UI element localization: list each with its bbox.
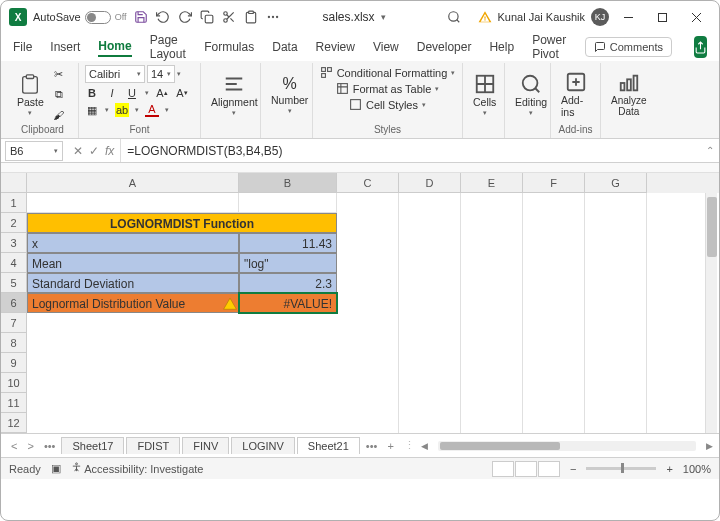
scrollbar-thumb[interactable] bbox=[707, 197, 717, 257]
row-header-5[interactable]: 5 bbox=[1, 273, 27, 293]
tab-developer[interactable]: Developer bbox=[417, 38, 472, 56]
row-header-10[interactable]: 10 bbox=[1, 373, 27, 393]
cell-A3[interactable]: x bbox=[27, 233, 239, 253]
error-flag-icon[interactable] bbox=[223, 297, 237, 311]
save-icon[interactable] bbox=[133, 9, 149, 25]
sheet-more-icon[interactable]: ••• bbox=[362, 440, 382, 452]
col-header-F[interactable]: F bbox=[523, 173, 585, 193]
zoom-level[interactable]: 100% bbox=[683, 463, 711, 475]
formula-input[interactable]: =LOGNORMDIST(B3,B4,B5) bbox=[121, 144, 701, 158]
cell-B6[interactable]: #VALUE! bbox=[239, 293, 337, 313]
cell-A6[interactable]: Lognormal Distribution Value bbox=[27, 293, 239, 313]
font-name-select[interactable]: Calibri▾ bbox=[85, 65, 145, 83]
analyze-button[interactable]: Analyze Data bbox=[607, 70, 651, 119]
row-header-4[interactable]: 4 bbox=[1, 253, 27, 273]
paste-button[interactable]: Paste ▾ bbox=[13, 71, 48, 119]
italic-button[interactable]: I bbox=[105, 86, 119, 100]
search-icon[interactable] bbox=[446, 9, 462, 25]
maximize-button[interactable] bbox=[649, 3, 677, 31]
cell-B4[interactable]: "log" bbox=[239, 253, 337, 273]
format-as-table-button[interactable]: Format as Table▾ bbox=[336, 81, 440, 96]
row-header-11[interactable]: 11 bbox=[1, 393, 27, 413]
font-color-button[interactable]: A bbox=[145, 103, 159, 117]
sheet-nav-prev-icon[interactable]: < bbox=[7, 440, 21, 452]
cut-icon-r[interactable]: ✂ bbox=[52, 68, 66, 82]
col-header-G[interactable]: G bbox=[585, 173, 647, 193]
new-sheet-icon[interactable]: + bbox=[383, 440, 397, 452]
page-layout-view-button[interactable] bbox=[515, 461, 537, 477]
accept-formula-icon[interactable]: ✓ bbox=[89, 144, 99, 158]
autosave-switch-icon[interactable] bbox=[85, 11, 111, 24]
fill-color-button[interactable]: ab bbox=[115, 103, 129, 117]
undo-icon[interactable] bbox=[155, 9, 171, 25]
accessibility-status[interactable]: Accessibility: Investigate bbox=[71, 462, 204, 475]
share-button[interactable] bbox=[694, 36, 707, 58]
underline-button[interactable]: U bbox=[125, 86, 139, 100]
format-painter-icon[interactable]: 🖌 bbox=[52, 108, 66, 122]
row-header-3[interactable]: 3 bbox=[1, 233, 27, 253]
page-break-view-button[interactable] bbox=[538, 461, 560, 477]
chevron-down-icon[interactable]: ▾ bbox=[177, 70, 181, 78]
comments-button[interactable]: Comments bbox=[585, 37, 672, 57]
tab-insert[interactable]: Insert bbox=[50, 38, 80, 56]
col-header-B[interactable]: B bbox=[239, 173, 337, 193]
vertical-scrollbar[interactable] bbox=[705, 193, 717, 433]
copy-icon[interactable] bbox=[199, 9, 215, 25]
font-decrease-icon[interactable]: A▾ bbox=[175, 86, 189, 100]
scrollbar-thumb[interactable] bbox=[440, 442, 560, 450]
editing-button[interactable]: Editing▾ bbox=[511, 71, 551, 119]
row-header-12[interactable]: 12 bbox=[1, 413, 27, 433]
more-qat-icon[interactable] bbox=[265, 9, 281, 25]
macro-record-icon[interactable]: ▣ bbox=[51, 462, 61, 475]
sheet-nav-next-icon[interactable]: > bbox=[23, 440, 37, 452]
sheet-nav-more-icon[interactable]: ••• bbox=[40, 440, 60, 452]
tab-view[interactable]: View bbox=[373, 38, 399, 56]
addins-button[interactable]: Add-ins bbox=[557, 69, 594, 120]
row-header-1[interactable]: 1 bbox=[1, 193, 27, 213]
cell-A5[interactable]: Standard Deviation bbox=[27, 273, 239, 293]
conditional-formatting-button[interactable]: Conditional Formatting▾ bbox=[320, 65, 456, 80]
cell-styles-button[interactable]: Cell Styles▾ bbox=[349, 97, 426, 112]
tab-page-layout[interactable]: Page Layout bbox=[150, 31, 187, 63]
user-account[interactable]: Kunal Jai Kaushik KJ bbox=[478, 8, 609, 26]
row-header-9[interactable]: 9 bbox=[1, 353, 27, 373]
tab-home[interactable]: Home bbox=[98, 37, 131, 57]
col-header-A[interactable]: A bbox=[27, 173, 239, 193]
tab-data[interactable]: Data bbox=[272, 38, 297, 56]
close-button[interactable] bbox=[683, 3, 711, 31]
cell-A4[interactable]: Mean bbox=[27, 253, 239, 273]
spreadsheet-grid[interactable]: 1 2 3 4 5 6 7 8 9 10 11 12 A B C D E F G… bbox=[1, 173, 719, 433]
chevron-down-icon[interactable]: ▾ bbox=[145, 89, 149, 97]
alignment-button[interactable]: Alignment ▾ bbox=[207, 71, 262, 119]
bold-button[interactable]: B bbox=[85, 86, 99, 100]
sheet-tab-loginv[interactable]: LOGINV bbox=[231, 437, 295, 454]
sheet-tab-fdist[interactable]: FDIST bbox=[126, 437, 180, 454]
paste-qat-icon[interactable] bbox=[243, 9, 259, 25]
border-button[interactable]: ▦ bbox=[85, 103, 99, 117]
cut-icon[interactable] bbox=[221, 9, 237, 25]
cell-B3[interactable]: 11.43 bbox=[239, 233, 337, 253]
sheet-tab-sheet21[interactable]: Sheet21 bbox=[297, 437, 360, 454]
copy-icon-r[interactable]: ⧉ bbox=[52, 88, 66, 102]
cells-button[interactable]: Cells▾ bbox=[469, 71, 500, 119]
sheet-tab-sheet17[interactable]: Sheet17 bbox=[61, 437, 124, 454]
col-header-C[interactable]: C bbox=[337, 173, 399, 193]
row-header-7[interactable]: 7 bbox=[1, 313, 27, 333]
name-box[interactable]: B6 ▾ bbox=[5, 141, 63, 161]
select-all-corner[interactable] bbox=[1, 173, 27, 193]
font-size-select[interactable]: 14▾ bbox=[147, 65, 175, 83]
tab-review[interactable]: Review bbox=[316, 38, 355, 56]
tab-power-pivot[interactable]: Power Pivot bbox=[532, 31, 567, 63]
zoom-in-icon[interactable]: + bbox=[666, 463, 672, 475]
cell-title[interactable]: LOGNORMDIST Function bbox=[27, 213, 337, 233]
sheet-tab-finv[interactable]: FINV bbox=[182, 437, 229, 454]
autosave-toggle[interactable]: AutoSave Off bbox=[33, 11, 127, 24]
col-header-D[interactable]: D bbox=[399, 173, 461, 193]
cell-B5[interactable]: 2.3 bbox=[239, 273, 337, 293]
number-button[interactable]: % Number ▾ bbox=[267, 73, 312, 117]
col-header-E[interactable]: E bbox=[461, 173, 523, 193]
tab-formulas[interactable]: Formulas bbox=[204, 38, 254, 56]
tab-file[interactable]: File bbox=[13, 38, 32, 56]
cancel-formula-icon[interactable]: ✕ bbox=[73, 144, 83, 158]
normal-view-button[interactable] bbox=[492, 461, 514, 477]
